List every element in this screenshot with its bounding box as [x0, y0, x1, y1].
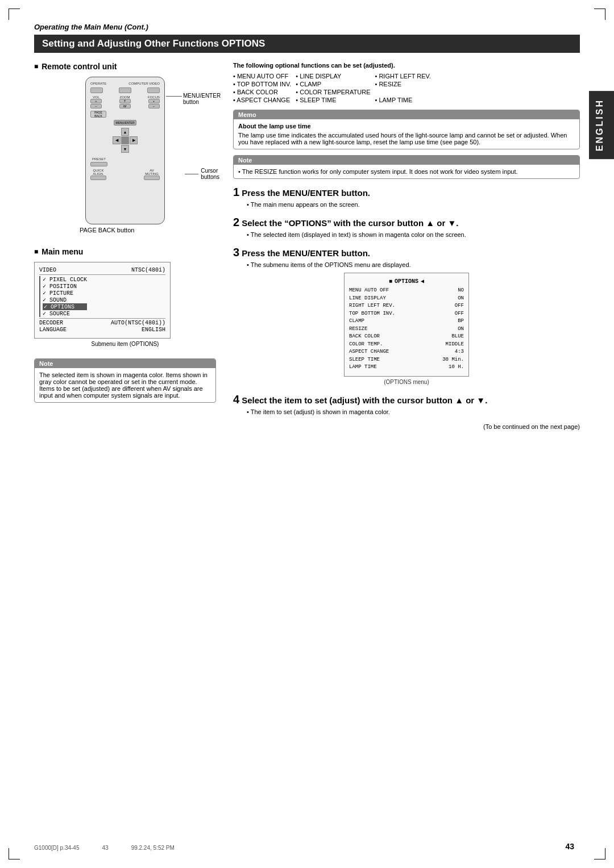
bottom-note-box: Note The selected item is shown in magen…	[34, 358, 216, 403]
options-menu-title: ■ OPTIONS ◀	[349, 278, 464, 285]
computer-btn	[119, 87, 131, 93]
corner-mark-bl	[9, 848, 20, 859]
step-1-title: 1 Press the MENU/ENTER button.	[233, 186, 580, 199]
options-row-3: • BACK COLOR • COLOR TEMPERATURE	[233, 88, 435, 96]
bottom-note-section: Note The selected item is shown in magen…	[34, 358, 216, 403]
page-number: 43	[565, 842, 574, 851]
remote-heading: Remote control unit	[34, 62, 216, 71]
options-table: • MENU AUTO OFF • LINE DISPLAY • RIGHT L…	[233, 72, 435, 104]
cursor-buttons-annotation: Cursor buttons	[185, 168, 233, 180]
note-text: • The RESIZE function works for only com…	[238, 168, 575, 175]
step-2: 2 Select the “OPTIONS” with the cursor b…	[233, 216, 580, 238]
step-1: 1 Press the MENU/ENTER button. • The mai…	[233, 186, 580, 208]
submenu-caption: Submenu item (OPTIONS)	[34, 341, 216, 347]
menu-items-area: ✓ PIXEL CLOCK ✓ POSITION ✓ PICTURE ✓ SOU…	[39, 276, 165, 317]
english-sidebar: ENGLISH	[589, 91, 614, 159]
av-muting-btn[interactable]	[144, 176, 160, 180]
footer-info: G1000[D] p.34-45 43 99.2.24, 5:52 PM	[34, 845, 175, 851]
cursor-down[interactable]: ▼	[121, 145, 129, 153]
zoom-T: T	[119, 99, 131, 103]
corner-mark-tl	[9, 9, 20, 20]
step-3: 3 Press the MENU/ENTER button. • The sub…	[233, 246, 580, 385]
remote-top-buttons	[90, 87, 160, 93]
options-row-4: • ASPECT CHANGE • SLEEP TIME • LAMP TIME	[233, 96, 435, 104]
page-back-label: PAGE BACK button	[68, 227, 182, 233]
options-row-1: • MENU AUTO OFF • LINE DISPLAY • RIGHT L…	[233, 72, 435, 80]
right-column: The following optional functions can be …	[233, 62, 580, 430]
preset-btn[interactable]	[90, 162, 107, 166]
footer-right: 99.2.24, 5:52 PM	[131, 845, 175, 851]
step-2-title: 2 Select the “OPTIONS” with the cursor b…	[233, 216, 580, 229]
footer-left: G1000[D] p.34-45	[34, 845, 80, 851]
options-menu-area: ■ OPTIONS ◀ MENU AUTO OFFNO LINE DISPLAY…	[233, 273, 580, 385]
step-2-desc: • The selected item (displayed in text) …	[233, 231, 580, 238]
corner-mark-tr	[594, 9, 605, 20]
operating-header: Operating the Main Menu (Cont.)	[34, 23, 580, 31]
two-col-layout: Remote control unit MENU/ENTER button OP…	[34, 62, 580, 430]
page-back-btn[interactable]: PAGEBACK	[90, 111, 106, 118]
focus-minus: −	[148, 104, 160, 108]
menu-decoder-row: DECODER AUTO(NTSC(480i))	[39, 320, 165, 326]
focus-plus: +	[148, 99, 160, 103]
cursor-center[interactable]	[121, 136, 129, 144]
corner-mark-br	[594, 848, 605, 859]
remote-body: OPERATE COMPUTER VIDEO VOL	[85, 77, 165, 224]
menu-enter-btn[interactable]: MENU/ENTER	[114, 120, 136, 126]
cursor-left[interactable]: ◀	[113, 136, 121, 144]
cursor-up[interactable]: ▲	[121, 128, 129, 136]
bottom-note-content: The selected item is shown in magenta co…	[35, 368, 215, 402]
menu-options-highlighted: ✓ OPTIONS	[43, 303, 87, 310]
note-content: • The RESIZE function works for only com…	[234, 165, 579, 178]
memo-box: Memo About the lamp use time The lamp us…	[233, 110, 580, 149]
vol-group: VOL + −	[90, 95, 102, 108]
page-back-area: PAGEBACK	[90, 111, 160, 118]
memo-header: Memo	[234, 110, 579, 119]
main-title-bar: Setting and Adjusting Other Functions OP…	[34, 35, 580, 53]
main-menu-diagram: VIDEO NTSC(480i) ✓ PIXEL CLOCK ✓ POSITIO…	[34, 262, 171, 339]
bottom-note-item-2: Items to be set (adjusted) are different…	[39, 385, 211, 399]
bottom-note-header: Note	[35, 359, 215, 368]
step-3-desc: • The submenu items of the OPTIONS menu …	[233, 261, 580, 268]
cursor-right[interactable]: ▶	[130, 136, 138, 144]
preset-row: PRESET	[90, 157, 160, 166]
zoom-W: W	[119, 104, 131, 108]
bottom-note-item-1: The selected item is shown in magenta co…	[39, 372, 211, 385]
vol-plus: +	[90, 99, 102, 103]
options-row-2: • TOP BOTTOM INV. • CLAMP • RESIZE	[233, 80, 435, 88]
vol-zoom-focus-row: VOL + − ZOOM T W	[90, 95, 160, 108]
remote-container: MENU/ENTER button OPERATE COMPUTER VIDEO	[68, 77, 182, 233]
operate-btn	[90, 87, 103, 93]
remote-top-labels: OPERATE COMPUTER VIDEO	[90, 82, 160, 85]
zoom-group: ZOOM T W	[119, 95, 131, 108]
left-column: Remote control unit MENU/ENTER button OP…	[34, 62, 216, 430]
continued-text: (To be continued on the next page)	[233, 423, 580, 430]
memo-content: About the lamp use time The lamp use tim…	[234, 119, 579, 149]
note-box: Note • The RESIZE function works for onl…	[233, 155, 580, 179]
options-list: • MENU AUTO OFF • LINE DISPLAY • RIGHT L…	[233, 72, 580, 104]
main-menu-heading: Main menu	[34, 247, 216, 256]
menu-enter-annotation: MENU/ENTER button	[183, 93, 233, 105]
step-3-title: 3 Press the MENU/ENTER button.	[233, 246, 580, 259]
main-menu-section: Main menu VIDEO NTSC(480i) ✓ PIXEL CLOCK…	[34, 247, 216, 347]
step-1-desc: • The main menu appears on the screen.	[233, 201, 580, 208]
quick-align-btn[interactable]	[90, 176, 106, 180]
bottom-row: QUICK ALIGN. AV MUTING	[90, 169, 160, 180]
focus-group: FOCUS + −	[148, 95, 160, 108]
options-menu-diagram: ■ OPTIONS ◀ MENU AUTO OFFNO LINE DISPLAY…	[344, 273, 469, 377]
step-4-title: 4 Select the item to set (adjust) with t…	[233, 393, 580, 406]
step-4-desc: • The item to set (adjust) is shown in m…	[233, 408, 580, 415]
note-header: Note	[234, 156, 579, 165]
bottom-note-list: The selected item is shown in magenta co…	[39, 372, 211, 399]
step-4: 4 Select the item to set (adjust) with t…	[233, 393, 580, 415]
video-btn	[147, 87, 160, 93]
vol-minus: −	[90, 104, 102, 108]
menu-bracket-left: ✓ PIXEL CLOCK ✓ POSITION ✓ PICTURE ✓ SOU…	[39, 276, 87, 317]
menu-language-row: LANGUAGE ENGLISH	[39, 327, 165, 333]
menu-video-row: VIDEO NTSC(480i)	[39, 267, 165, 273]
memo-subheader: About the lamp use time	[238, 123, 575, 130]
optional-functions-header: The following optional functions can be …	[233, 62, 580, 69]
page-container: ENGLISH Operating the Main Menu (Cont.) …	[0, 0, 614, 868]
footer-center: 43	[102, 845, 109, 851]
cursor-cross: ▲ ◀ ▶ ▼	[113, 128, 138, 153]
options-menu-caption: (OPTIONS menu)	[233, 379, 580, 385]
